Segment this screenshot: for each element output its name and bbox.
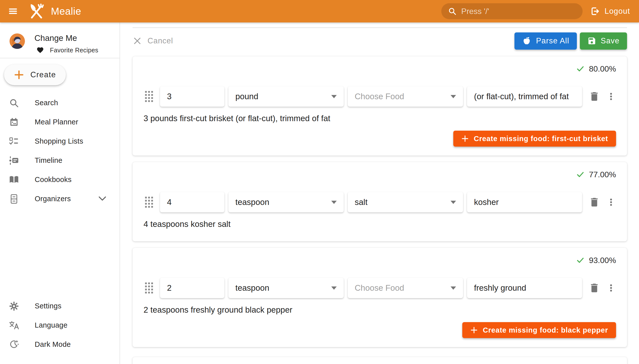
food-select-value: salt	[355, 198, 367, 207]
sidebar-item-shopping-lists[interactable]: Shopping Lists	[0, 132, 120, 151]
sidebar-item-cookbooks[interactable]: Cookbooks	[0, 170, 120, 189]
dots-vertical-icon	[606, 282, 616, 294]
sidebar-item-search[interactable]: Search	[0, 93, 120, 112]
sidebar-item-settings[interactable]: Settings	[0, 296, 120, 316]
save-button[interactable]: Save	[580, 32, 627, 50]
original-ingredient-text: 3 pounds first-cut brisket (or flat-cut)…	[143, 114, 616, 124]
sidebar-divider	[0, 58, 120, 58]
drag-handle[interactable]	[143, 282, 154, 294]
open-book-icon	[9, 174, 19, 185]
ingredient-fields-row: pound Choose Food	[143, 86, 616, 107]
food-select[interactable]: Choose Food	[348, 278, 463, 298]
sidebar-item-label: Meal Planner	[35, 118, 78, 126]
quantity-field	[160, 192, 225, 212]
unit-select[interactable]: teaspoon	[228, 278, 344, 298]
drag-handle[interactable]	[143, 91, 154, 102]
food-select[interactable]: salt	[348, 192, 463, 212]
fork-knife-icon	[29, 4, 44, 19]
gear-icon	[9, 301, 19, 312]
avatar[interactable]	[10, 34, 25, 49]
drag-grid-icon	[145, 282, 153, 294]
logout-label: Logout	[604, 7, 630, 16]
ingredient-card: 77.00% teaspoon	[133, 162, 627, 241]
cancel-button[interactable]: Cancel	[133, 36, 173, 46]
create-button[interactable]: Create	[4, 64, 66, 85]
delete-ingredient-button[interactable]	[588, 196, 600, 208]
search-bar[interactable]	[441, 3, 583, 19]
create-missing-food-button[interactable]: Create missing food: black pepper	[462, 322, 616, 338]
original-ingredient-text: 2 teaspoons freshly ground black pepper	[143, 305, 616, 315]
delete-ingredient-button[interactable]	[588, 282, 600, 294]
dots-vertical-icon	[606, 91, 616, 102]
ingredient-card-partial	[133, 357, 627, 364]
delete-ingredient-button[interactable]	[588, 90, 600, 103]
trash-icon	[589, 196, 600, 208]
home-logo-link[interactable]	[29, 4, 44, 19]
sidebar-item-label: Dark Mode	[35, 340, 71, 348]
checklist-icon	[9, 136, 19, 146]
note-input[interactable]	[474, 92, 575, 101]
drag-handle[interactable]	[143, 197, 154, 208]
hamburger-menu-button[interactable]	[4, 2, 23, 21]
caret-down-icon	[331, 95, 337, 98]
logout-icon	[590, 6, 600, 16]
unit-select[interactable]: pound	[228, 86, 344, 107]
more-options-button[interactable]	[606, 90, 616, 103]
food-select-placeholder: Choose Food	[355, 92, 404, 101]
timeline-icon	[9, 155, 19, 166]
check-icon	[576, 170, 585, 179]
unit-select[interactable]: teaspoon	[228, 192, 344, 212]
unit-select-value: pound	[235, 92, 258, 101]
search-input[interactable]	[461, 7, 576, 16]
save-label: Save	[601, 36, 619, 46]
parse-all-button[interactable]: Parse All	[514, 32, 577, 50]
create-button-label: Create	[31, 70, 56, 79]
plus-icon	[14, 70, 24, 80]
caret-down-icon	[451, 201, 456, 204]
quantity-field	[160, 278, 225, 298]
logout-button[interactable]: Logout	[590, 6, 630, 16]
sidebar: Change Me Favorite Recipes Create Search	[0, 22, 120, 364]
parser-toolbar: Cancel Parse All Save	[133, 32, 627, 50]
cancel-label: Cancel	[147, 36, 173, 46]
note-input[interactable]	[474, 198, 575, 207]
sidebar-item-timeline[interactable]: Timeline	[0, 151, 120, 170]
main-content: Cancel Parse All Save 80.00%	[121, 22, 639, 364]
user-section: Change Me Favorite Recipes	[0, 22, 120, 58]
sidebar-bottom-nav: Settings Language	[0, 296, 120, 354]
ingredient-card: 93.00% teaspoon	[133, 248, 627, 347]
quantity-input[interactable]	[167, 283, 218, 293]
plus-icon	[461, 135, 469, 142]
ingredient-fields-row: teaspoon salt	[143, 192, 616, 212]
sidebar-item-language[interactable]: Language	[0, 316, 120, 335]
sidebar-item-label: Language	[35, 321, 67, 329]
note-field	[467, 192, 582, 212]
quantity-input[interactable]	[167, 198, 218, 207]
user-name: Change Me	[35, 34, 77, 43]
quantity-input[interactable]	[167, 92, 218, 101]
ingredient-card: 80.00% pound Ch	[133, 56, 627, 156]
sidebar-item-organizers[interactable]: Organizers	[0, 189, 120, 208]
confidence-indicator: 77.00%	[143, 169, 616, 180]
more-options-button[interactable]	[606, 282, 616, 294]
hamburger-icon	[8, 6, 19, 17]
more-options-button[interactable]	[606, 196, 616, 208]
food-select[interactable]: Choose Food	[348, 86, 463, 107]
check-icon	[576, 256, 585, 265]
calendar-icon	[9, 117, 19, 128]
sidebar-item-dark-mode[interactable]: Dark Mode	[0, 335, 120, 354]
favorite-recipes-link[interactable]: Favorite Recipes	[37, 46, 98, 54]
confidence-value: 93.00%	[589, 256, 616, 265]
caret-down-icon	[451, 95, 456, 98]
note-input[interactable]	[474, 283, 575, 293]
app-bar: Mealie Logout	[0, 0, 639, 22]
moon-stars-icon	[9, 339, 19, 350]
quantity-field	[160, 86, 225, 107]
caret-down-icon	[331, 286, 337, 290]
drag-grid-icon	[145, 91, 153, 102]
confidence-value: 80.00%	[589, 64, 616, 74]
create-missing-food-button[interactable]: Create missing food: first-cut brisket	[453, 131, 616, 146]
sidebar-item-meal-planner[interactable]: Meal Planner	[0, 112, 120, 132]
unit-select-value: teaspoon	[235, 198, 269, 207]
app-title: Mealie	[51, 6, 81, 17]
